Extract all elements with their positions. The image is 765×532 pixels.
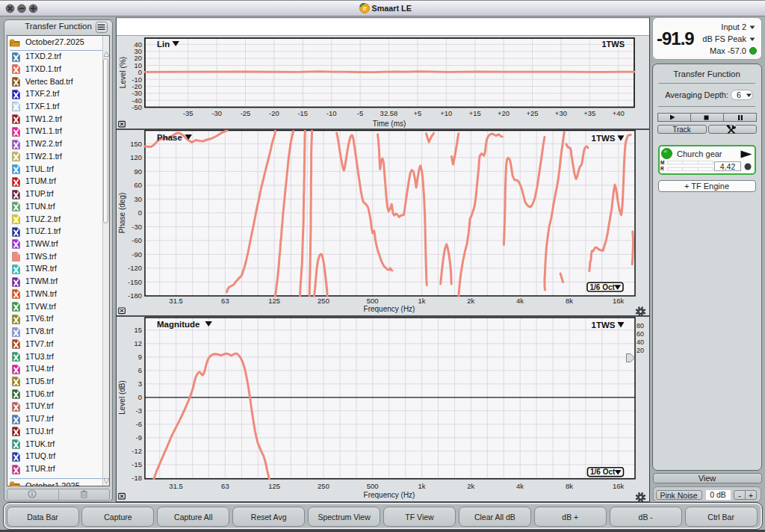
svg-text:-25: -25: [241, 109, 251, 117]
svg-text:20: 20: [637, 347, 644, 354]
svg-text:8k: 8k: [566, 297, 573, 305]
svg-text:-150: -150: [128, 278, 142, 286]
svg-text:250: 250: [318, 482, 329, 490]
svg-text:0: 0: [138, 393, 142, 401]
svg-text:+25: +25: [526, 109, 538, 117]
svg-text:16k: 16k: [613, 297, 625, 305]
svg-text:-12: -12: [131, 447, 142, 455]
svg-text:-120: -120: [128, 264, 142, 272]
svg-text:12: 12: [134, 339, 142, 347]
svg-text:Phase (deg): Phase (deg): [118, 193, 126, 233]
svg-text:-6: -6: [136, 420, 142, 428]
svg-text:150: 150: [130, 140, 142, 148]
svg-text:Frequency (Hz): Frequency (Hz): [364, 491, 415, 499]
svg-text:63: 63: [221, 482, 229, 490]
svg-text:6: 6: [138, 366, 142, 374]
svg-text:30: 30: [134, 195, 142, 203]
svg-text:Frequency (Hz): Frequency (Hz): [364, 305, 415, 313]
svg-text:40: 40: [637, 338, 644, 346]
svg-text:15: 15: [134, 326, 142, 334]
svg-text:-20: -20: [269, 109, 279, 117]
svg-text:63: 63: [221, 297, 229, 305]
svg-text:1k: 1k: [418, 297, 426, 305]
svg-text:32.58: 32.58: [380, 109, 398, 117]
svg-text:Level (%): Level (%): [119, 57, 127, 88]
svg-text:+5: +5: [413, 109, 421, 117]
svg-text:80: 80: [637, 322, 644, 330]
svg-text:1k: 1k: [418, 482, 426, 490]
svg-text:-35: -35: [183, 109, 193, 117]
svg-text:60: 60: [134, 181, 142, 189]
svg-text:1TWS: 1TWS: [601, 40, 625, 49]
svg-text:+15: +15: [469, 109, 481, 117]
svg-text:+20: +20: [498, 109, 510, 117]
svg-text:-15: -15: [131, 460, 142, 468]
svg-text:-5: -5: [357, 109, 363, 117]
svg-text:-50: -50: [131, 103, 142, 111]
svg-text:-3: -3: [136, 406, 142, 415]
svg-text:-9: -9: [136, 433, 142, 442]
svg-text:Level (dB): Level (dB): [118, 380, 126, 415]
svg-text:9: 9: [138, 353, 142, 361]
svg-text:-60: -60: [131, 236, 142, 244]
svg-text:4k: 4k: [516, 297, 524, 305]
svg-text:60: 60: [637, 330, 644, 338]
svg-text:Phase: Phase: [157, 133, 182, 142]
svg-text:2k: 2k: [467, 482, 474, 490]
svg-text:Magnitude: Magnitude: [157, 320, 200, 329]
svg-text:125: 125: [268, 297, 280, 305]
svg-text:-90: -90: [131, 250, 142, 259]
svg-text:+35: +35: [583, 109, 595, 117]
svg-text:1TWS: 1TWS: [592, 321, 616, 330]
svg-text:1TWS: 1TWS: [592, 134, 616, 143]
svg-text:if: if: [362, 5, 366, 12]
svg-text:4k: 4k: [516, 482, 524, 490]
svg-text:2k: 2k: [467, 297, 474, 305]
svg-text:-180: -180: [128, 291, 142, 300]
svg-text:-18: -18: [131, 474, 142, 482]
svg-text:-30: -30: [131, 223, 142, 231]
svg-text:250: 250: [318, 297, 329, 305]
svg-text:+40: +40: [613, 109, 625, 117]
svg-text:500: 500: [367, 482, 379, 490]
svg-text:-10: -10: [326, 109, 337, 117]
svg-text:3: 3: [138, 380, 142, 388]
svg-text:31.5: 31.5: [169, 482, 183, 490]
svg-text:+30: +30: [555, 109, 567, 117]
svg-text:120: 120: [130, 153, 142, 161]
svg-text:+10: +10: [440, 109, 452, 117]
svg-text:Time (ms): Time (ms): [373, 120, 406, 128]
svg-text:-15: -15: [297, 109, 308, 117]
svg-text:125: 125: [268, 482, 280, 490]
svg-text:1/6 Oct: 1/6 Oct: [590, 283, 616, 291]
svg-text:1/6 Oct: 1/6 Oct: [590, 468, 616, 476]
svg-text:31.5: 31.5: [169, 297, 183, 305]
svg-text:16k: 16k: [613, 482, 625, 490]
svg-text:500: 500: [367, 297, 379, 305]
svg-text:0: 0: [138, 208, 142, 217]
svg-text:8k: 8k: [566, 482, 573, 490]
svg-text:90: 90: [134, 167, 142, 176]
svg-text:Lin: Lin: [157, 40, 170, 49]
svg-text:-30: -30: [211, 109, 222, 117]
